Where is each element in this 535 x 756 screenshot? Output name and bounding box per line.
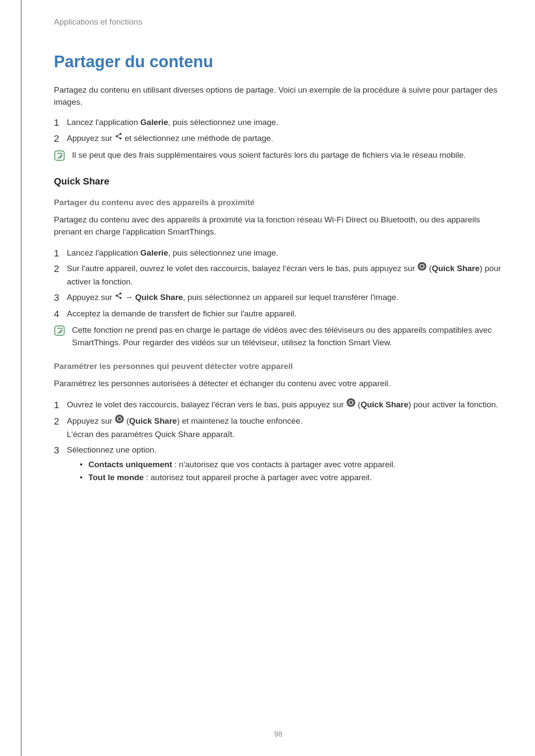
bold: Quick Share bbox=[360, 400, 408, 409]
step-text: Ouvrez le volet des raccourcis, balayez … bbox=[67, 400, 346, 409]
bold: Quick Share bbox=[129, 416, 177, 425]
note-2: Cette fonction ne prend pas en charge le… bbox=[54, 324, 503, 349]
svg-line-13 bbox=[117, 296, 119, 297]
svg-point-2 bbox=[119, 137, 122, 140]
step-number: 3 bbox=[54, 443, 59, 457]
step-number: 4 bbox=[54, 307, 59, 321]
note-icon bbox=[54, 150, 65, 163]
svg-line-4 bbox=[117, 137, 119, 138]
step-number: 1 bbox=[54, 116, 59, 130]
step-text: Sélectionnez une option. bbox=[67, 445, 156, 454]
step-number: 1 bbox=[54, 398, 59, 412]
step-text: ( bbox=[124, 416, 129, 425]
bold: Quick Share bbox=[135, 293, 183, 302]
svg-point-15 bbox=[347, 398, 355, 406]
step-text: , puis sélectionnez un appareil sur lequ… bbox=[183, 293, 398, 302]
step-text: L'écran des paramètres Quick Share appar… bbox=[67, 430, 235, 439]
step-1: 1 Lancez l'application Galerie, puis sél… bbox=[54, 116, 503, 129]
svg-point-18 bbox=[115, 415, 124, 423]
qs-step-1: 1 Lancez l'application Galerie, puis sél… bbox=[54, 247, 503, 259]
quickshare-icon bbox=[346, 398, 356, 411]
svg-point-1 bbox=[116, 135, 118, 137]
note-1: Il se peut que des frais supplémentaires… bbox=[54, 149, 503, 163]
subheading-param: Paramétrer les personnes qui peuvent dét… bbox=[54, 362, 503, 371]
step-text: , puis sélectionnez une image. bbox=[168, 118, 278, 127]
share-icon bbox=[115, 131, 122, 144]
svg-point-6 bbox=[418, 262, 426, 271]
bold: Galerie bbox=[141, 248, 168, 257]
bold: Contacts uniquement bbox=[88, 460, 172, 469]
step-text: ) pour activer la fonction. bbox=[408, 400, 498, 409]
steps-list-1: 1 Lancez l'application Galerie, puis sél… bbox=[54, 116, 503, 145]
svg-point-0 bbox=[119, 133, 122, 135]
qs-step-3: 3 Appuyez sur → Quick Share, puis sélect… bbox=[54, 291, 503, 304]
svg-point-10 bbox=[116, 295, 118, 297]
step-number: 3 bbox=[54, 291, 59, 305]
step-text: Lancez l'application bbox=[67, 118, 141, 127]
step-text: et sélectionnez une méthode de partage. bbox=[122, 134, 273, 143]
quickshare-icon bbox=[417, 262, 427, 275]
note-text: Cette fonction ne prend pas en charge le… bbox=[72, 324, 503, 349]
bold: Quick Share bbox=[432, 264, 480, 273]
step-number: 2 bbox=[54, 131, 59, 146]
step-text: Lancez l'application bbox=[67, 248, 141, 257]
ps-step-2: 2 Appuyez sur (Quick Share) et maintenez… bbox=[54, 415, 503, 440]
step-text: ( bbox=[356, 400, 361, 409]
share-icon bbox=[115, 291, 122, 303]
step-text: ( bbox=[427, 264, 432, 273]
step-number: 2 bbox=[54, 414, 59, 428]
options-list: Contacts uniquement : n'autorisez que vo… bbox=[67, 458, 503, 484]
step-text: , puis sélectionnez une image. bbox=[168, 248, 278, 257]
subheading-nearby: Partager du contenu avec des appareils à… bbox=[54, 198, 503, 207]
svg-line-3 bbox=[117, 134, 119, 136]
page-title: Partager du contenu bbox=[54, 53, 503, 71]
ps-step-1: 1 Ouvrez le volet des raccourcis, balaye… bbox=[54, 399, 503, 412]
intro-text: Partagez du contenu en utilisant diverse… bbox=[54, 84, 503, 108]
option-text: : n'autorisez que vos contacts à partage… bbox=[172, 460, 395, 469]
note-icon bbox=[54, 325, 65, 338]
qs-step-4: 4 Acceptez la demande de transfert de fi… bbox=[54, 308, 503, 320]
quickshare-icon bbox=[115, 414, 124, 428]
step-text: Appuyez sur bbox=[67, 293, 115, 302]
svg-point-11 bbox=[119, 297, 122, 299]
body-text: Partagez du contenu avec des appareils à… bbox=[54, 214, 503, 238]
body-text: Paramétrez les personnes autorisées à dé… bbox=[54, 378, 503, 390]
qs-step-2: 2 Sur l'autre appareil, ouvrez le volet … bbox=[54, 262, 503, 288]
svg-point-9 bbox=[119, 293, 122, 295]
steps-list-param: 1 Ouvrez le volet des raccourcis, balaye… bbox=[54, 399, 503, 484]
step-text: Sur l'autre appareil, ouvrez le volet de… bbox=[67, 264, 417, 273]
bold: Galerie bbox=[141, 118, 168, 127]
svg-line-12 bbox=[117, 294, 119, 295]
step-2: 2 Appuyez sur et sélectionnez une méthod… bbox=[54, 132, 503, 145]
option-contacts: Contacts uniquement : n'autorisez que vo… bbox=[80, 458, 503, 471]
bold: Tout le monde bbox=[88, 473, 144, 482]
step-number: 2 bbox=[54, 262, 59, 276]
step-number: 1 bbox=[54, 246, 59, 260]
breadcrumb: Applications et fonctions bbox=[54, 17, 503, 27]
heading-quickshare: Quick Share bbox=[54, 176, 503, 187]
page-number: 98 bbox=[22, 730, 535, 739]
note-text: Il se peut que des frais supplémentaires… bbox=[72, 149, 466, 162]
steps-list-qs: 1 Lancez l'application Galerie, puis sél… bbox=[54, 247, 503, 320]
step-text: ) et maintenez la touche enfoncée. bbox=[177, 416, 303, 425]
ps-step-3: 3 Sélectionnez une option. Contacts uniq… bbox=[54, 444, 503, 484]
option-text: : autorisez tout appareil proche à parta… bbox=[144, 473, 372, 482]
option-everyone: Tout le monde : autorisez tout appareil … bbox=[80, 471, 503, 484]
step-text: → bbox=[122, 293, 135, 302]
step-text: Acceptez la demande de transfert de fich… bbox=[67, 309, 297, 318]
step-text: Appuyez sur bbox=[67, 416, 115, 425]
step-text: Appuyez sur bbox=[67, 134, 115, 143]
